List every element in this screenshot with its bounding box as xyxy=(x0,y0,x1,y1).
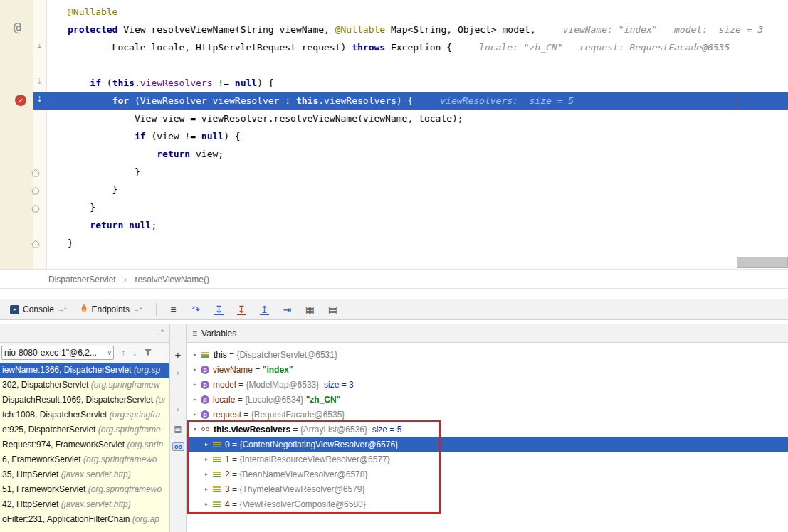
jump-to-source-icon[interactable]: →* xyxy=(133,306,142,313)
stack-frame-row[interactable]: tch:1008, DispatcherServlet (org.springf… xyxy=(0,408,169,422)
menu-icon[interactable]: ≡ xyxy=(192,329,197,339)
jump-to-source-icon[interactable]: →* xyxy=(58,306,67,313)
step-out-icon[interactable]: ↥ xyxy=(258,304,270,315)
stack-frame-row[interactable]: 35, HttpServlet (javax.servlet.http) xyxy=(0,467,169,482)
frame-location: iewName:1366, DispatcherServlet xyxy=(2,365,134,375)
frame-package: (javax.servlet.http) xyxy=(61,499,131,509)
frames-toolbar: nio-8080-exec-1"@6,2... ∨ ↑ ↓ xyxy=(0,343,169,363)
code-segment: if xyxy=(90,78,101,88)
expand-arrow-icon[interactable]: ▸ xyxy=(191,396,199,403)
previous-frame-icon[interactable]: ↑ xyxy=(121,348,125,358)
fold-arrow-icon[interactable]: ⇣ xyxy=(36,41,43,50)
variable-row[interactable]: ▸0 = {ContentNegotiatingViewResolver@657… xyxy=(187,437,788,452)
stack-frame-row[interactable]: 51, FrameworkServlet (org.springframewo xyxy=(0,482,169,497)
code-segment: Map<String, Object> model, xyxy=(385,24,535,35)
variable-name: this.viewResolvers xyxy=(214,425,290,435)
stack-frame-row[interactable]: DispatchResult:1069, DispatcherServlet (… xyxy=(0,393,169,408)
variable-name: 3 xyxy=(225,484,230,494)
layout-settings-icon[interactable]: ▤ xyxy=(326,304,339,315)
code-line[interactable]: } xyxy=(33,163,788,181)
breadcrumb-item[interactable]: resolveViewName() xyxy=(135,275,209,284)
thread-selector[interactable]: nio-8080-exec-1"@6,2... ∨ xyxy=(1,346,114,360)
variable-row[interactable]: ▾this.viewResolvers = {ArrayList@6536} s… xyxy=(187,422,788,437)
show-watches-icon[interactable]: oo xyxy=(172,442,184,451)
code-editor[interactable]: @ @Nullableprotected View resolveViewNam… xyxy=(0,0,788,269)
scroll-up-icon[interactable]: ∧ xyxy=(170,370,186,377)
expand-arrow-icon[interactable]: ▸ xyxy=(202,501,211,507)
code-line[interactable] xyxy=(33,56,788,74)
code-line[interactable]: if (this.viewResolvers != null) { xyxy=(33,74,788,92)
scope-marker-icon xyxy=(31,238,40,251)
variable-row[interactable]: ▸pviewName = "index" xyxy=(187,362,788,377)
filter-icon[interactable] xyxy=(144,348,152,358)
code-line[interactable]: View view = viewResolver.resolveViewName… xyxy=(33,110,788,127)
step-over-icon[interactable]: ↷ xyxy=(189,304,202,315)
scope-marker-icon xyxy=(31,203,40,216)
tab-label: Console xyxy=(23,304,54,314)
menu-icon[interactable]: ≡ xyxy=(167,304,179,315)
fold-arrow-icon[interactable]: ⇣ xyxy=(36,77,43,86)
code-segment: null xyxy=(129,220,151,230)
add-watch-icon[interactable]: + xyxy=(170,349,186,361)
code-line[interactable]: } xyxy=(33,234,788,252)
frame-location: 6, FrameworkServlet xyxy=(2,454,83,464)
code-line[interactable]: Locale locale, HttpServletRequest reques… xyxy=(33,38,788,56)
breakpoint-icon[interactable]: ✓ xyxy=(15,95,26,106)
fold-arrow-icon[interactable]: ⇣ xyxy=(36,95,43,104)
code-line[interactable]: } xyxy=(33,181,788,198)
variable-row[interactable]: ▸4 = {ViewResolverComposite@6580} xyxy=(187,496,788,511)
code-line[interactable]: @Nullable xyxy=(33,3,788,21)
stack-frame-row[interactable]: Request:974, FrameworkServlet (org.sprin xyxy=(0,437,169,452)
code-line[interactable]: } xyxy=(33,198,788,216)
variable-row[interactable]: ▸1 = {InternalResourceViewResolver@6577} xyxy=(187,452,788,467)
variable-name: viewName xyxy=(213,365,253,375)
code-line[interactable]: protected View resolveViewName(String vi… xyxy=(33,21,788,38)
expand-arrow-icon[interactable]: ▸ xyxy=(202,441,211,447)
expand-arrow-icon[interactable]: ▸ xyxy=(202,471,211,477)
code-line[interactable]: if (view != null) { xyxy=(33,127,788,145)
variable-row[interactable]: ▸plocale = {Locale@6534} "zh_CN" xyxy=(187,392,788,407)
expand-arrow-icon[interactable]: ▸ xyxy=(202,456,211,462)
variable-row[interactable]: ▸3 = {ThymeleafViewResolver@6579} xyxy=(187,482,788,496)
variable-row[interactable]: ▸this = {DispatcherServlet@6531} xyxy=(187,347,788,362)
expand-arrow-icon[interactable]: ▸ xyxy=(191,381,199,388)
run-to-cursor-icon[interactable]: ⇥ xyxy=(280,304,293,315)
variable-row[interactable]: ▸2 = {BeanNameViewResolver@6578} xyxy=(187,467,788,482)
stack-frame-row[interactable]: iewName:1366, DispatcherServlet (org.sp xyxy=(0,363,169,378)
scope-marker-icon xyxy=(31,167,40,180)
code-line[interactable]: for (ViewResolver viewResolver : this.vi… xyxy=(33,92,788,110)
expand-arrow-icon[interactable]: ▸ xyxy=(191,366,199,373)
code-segment: ) { xyxy=(224,131,240,142)
force-step-into-icon[interactable]: ↧ xyxy=(235,304,248,315)
debug-step-icons: ≡↷↧↧↥⇥▦▤ xyxy=(167,304,339,315)
step-into-icon[interactable]: ↧ xyxy=(212,304,225,315)
tab-console[interactable]: ▸ Console →* xyxy=(6,301,71,318)
tab-endpoints[interactable]: Endpoints →* xyxy=(75,301,147,318)
stack-frame-row[interactable]: oFilter:231, ApplicationFilterChain (org… xyxy=(0,512,169,527)
code-line[interactable]: return null; xyxy=(33,216,788,234)
breadcrumb-item[interactable]: DispatcherServlet xyxy=(48,275,116,284)
next-frame-icon[interactable]: ↓ xyxy=(132,348,137,358)
code-segment: viewResolvers xyxy=(140,78,213,88)
code-segment: } xyxy=(68,184,117,195)
value-icon xyxy=(212,454,221,464)
variable-value: {DispatcherServlet@6531} xyxy=(236,350,337,360)
stack-frame-row[interactable]: 6, FrameworkServlet (org.springframewo xyxy=(0,452,169,467)
pin-icon[interactable]: →* xyxy=(154,329,164,336)
copy-stack-icon[interactable]: ▤ xyxy=(170,424,186,434)
expand-arrow-icon[interactable]: ▾ xyxy=(191,426,199,432)
expand-arrow-icon[interactable]: ▸ xyxy=(191,411,199,417)
scroll-down-icon[interactable]: ∨ xyxy=(170,405,186,413)
view-breakpoints-icon[interactable]: ▦ xyxy=(303,304,316,315)
expand-arrow-icon[interactable]: ▸ xyxy=(191,351,199,358)
expand-arrow-icon[interactable]: ▸ xyxy=(202,486,211,492)
variable-row[interactable]: ▸prequest = {RequestFacade@6535} xyxy=(187,407,788,422)
variable-row[interactable]: ▸pmodel = {ModelMap@6533} size = 3 xyxy=(187,377,788,392)
code-line[interactable]: return view; xyxy=(33,145,788,163)
stack-frame-row[interactable]: 302, DispatcherServlet (org.springframew xyxy=(0,378,169,393)
code-segment: . xyxy=(318,95,324,106)
editor-scrollbar-thumb[interactable] xyxy=(737,257,788,268)
stack-frame-row[interactable]: 42, HttpServlet (javax.servlet.http) xyxy=(0,497,169,512)
debug-panels: →* nio-8080-exec-1"@6,2... ∨ ↑ ↓ iewName… xyxy=(0,324,788,532)
stack-frame-row[interactable]: e:925, DispatcherServlet (org.springfram… xyxy=(0,422,169,437)
